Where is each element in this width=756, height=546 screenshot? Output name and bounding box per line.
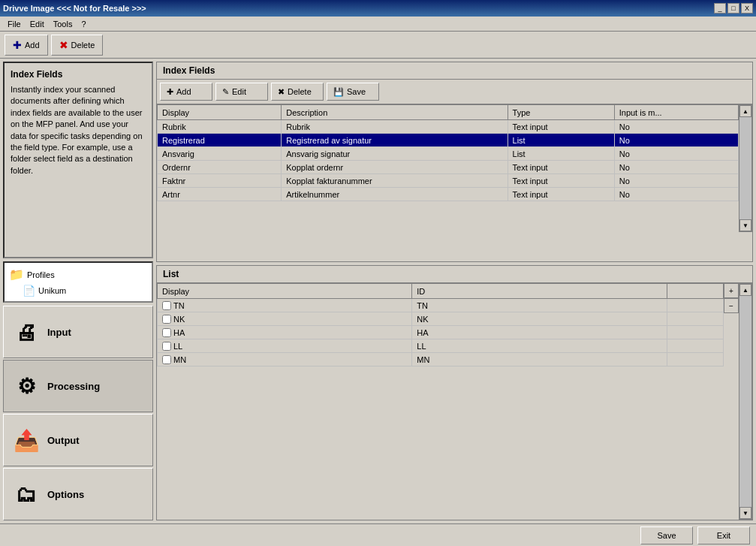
menu-edit[interactable]: Edit [26, 18, 49, 30]
processing-icon: ⚙ [11, 371, 41, 401]
nav-options-label: Options [47, 489, 84, 500]
list-item[interactable]: LL LL [158, 339, 724, 353]
list-item[interactable]: TN TN [158, 299, 724, 312]
nav-output-label: Output [47, 435, 80, 446]
list-side-panel: + − [724, 283, 739, 520]
cell-description: Kopplat fakturanummer [282, 174, 508, 188]
status-save-button[interactable]: Save [640, 526, 693, 544]
list-checkbox[interactable] [162, 328, 171, 337]
col-display: Display [158, 105, 282, 120]
table-row[interactable]: Registrerad Registrerad av signatur List… [158, 134, 739, 147]
nav-processing[interactable]: ⚙ Processing [3, 360, 153, 412]
minimize-button[interactable]: _ [714, 3, 726, 14]
table-row[interactable]: Artnr Artikelnummer Text input No [158, 188, 739, 201]
if-save-button[interactable]: 💾 Save [327, 83, 379, 101]
list-checkbox[interactable] [162, 355, 171, 364]
list-cell-id: TN [412, 299, 667, 312]
cell-type: Text input [508, 161, 614, 174]
delete-button[interactable]: ✖ Delete [51, 35, 104, 56]
scroll-up-arrow[interactable]: ▲ [739, 105, 751, 117]
info-panel: Index Fields Instantly index your scanne… [3, 62, 153, 258]
list-scroll-track [739, 296, 751, 507]
list-cell-id: LL [412, 339, 667, 353]
list-display-text: LL [173, 342, 182, 351]
cell-display: Artnr [158, 188, 282, 201]
status-bar: Save Exit [0, 523, 756, 546]
list-cell-id: HA [412, 326, 667, 339]
cell-description: Ansvarig signatur [282, 147, 508, 161]
scroll-track [739, 117, 751, 219]
table-row[interactable]: Ordernr Kopplat ordernr Text input No [158, 161, 739, 174]
list-scroll-up[interactable]: ▲ [739, 284, 751, 296]
sidebar: Index Fields Instantly index your scanne… [3, 62, 153, 520]
folder-icon: 📁 [9, 267, 24, 282]
if-add-button[interactable]: ✚ Add [160, 83, 212, 101]
nav-output[interactable]: 📤 Output [3, 414, 153, 466]
maximize-button[interactable]: □ [727, 3, 739, 14]
nav-input[interactable]: 🖨 Input [3, 306, 153, 358]
menu-help[interactable]: ? [77, 18, 90, 30]
list-item[interactable]: MN MN [158, 353, 724, 367]
unikum-label: Unikum [38, 286, 66, 295]
cell-input-mand: No [614, 134, 738, 147]
cell-display: Ansvarig [158, 147, 282, 161]
nav-options[interactable]: 🗂 Options [3, 468, 153, 520]
cell-description: Registrerad av signatur [282, 134, 508, 147]
list-cell-extra [667, 339, 723, 353]
add-icon: ✚ [13, 39, 22, 51]
list-cell-extra [667, 326, 723, 339]
index-fields-table-wrapper: Display Description Type Input is m... R… [157, 104, 739, 232]
if-delete-button[interactable]: ✖ Delete [271, 83, 324, 101]
add-label: Add [25, 41, 40, 50]
nav-buttons: 🖨 Input ⚙ Processing 📤 Output 🗂 Options [3, 306, 153, 520]
table-row[interactable]: Ansvarig Ansvarig signatur List No [158, 147, 739, 161]
list-remove-btn[interactable]: − [724, 298, 739, 313]
list-checkbox[interactable] [162, 301, 171, 310]
list-table: Display ID TN TN [157, 283, 724, 367]
list-display-text: HA [173, 328, 185, 337]
list-cell-display: HA [158, 326, 412, 339]
add-button[interactable]: ✚ Add [5, 35, 48, 56]
menu-bar: File Edit Tools ? [0, 17, 756, 32]
table-header-row: Display Description Type Input is m... [158, 105, 739, 120]
scroll-down-arrow[interactable]: ▼ [739, 219, 751, 231]
cell-input-mand: No [614, 120, 738, 134]
unikum-item[interactable]: 📄 Unikum [8, 283, 149, 298]
cell-display: Rubrik [158, 120, 282, 134]
if-edit-button[interactable]: ✎ Edit [215, 83, 268, 101]
if-edit-label: Edit [232, 87, 246, 96]
toolbar: ✚ Add ✖ Delete [0, 32, 756, 59]
list-add-btn[interactable]: + [724, 283, 739, 298]
list-table-wrapper: Display ID TN TN [157, 283, 724, 520]
cell-input-mand: No [614, 147, 738, 161]
list-checkbox[interactable] [162, 342, 171, 351]
list-item[interactable]: NK NK [158, 312, 724, 326]
list-checkbox[interactable] [162, 315, 171, 324]
nav-processing-label: Processing [47, 381, 100, 392]
index-fields-table: Display Description Type Input is m... R… [157, 104, 739, 201]
list-scrollbar[interactable]: ▲ ▼ [739, 283, 752, 520]
index-fields-scrollbar[interactable]: ▲ ▼ [739, 104, 752, 232]
table-row[interactable]: Rubrik Rubrik Text input No [158, 120, 739, 134]
list-display-text: TN [173, 301, 185, 310]
col-description: Description [282, 105, 508, 120]
table-row[interactable]: Faktnr Kopplat fakturanummer Text input … [158, 174, 739, 188]
profiles-item[interactable]: 📁 Profiles [8, 266, 149, 283]
profiles-label: Profiles [27, 270, 55, 279]
list-item[interactable]: HA HA [158, 326, 724, 339]
cell-display: Ordernr [158, 161, 282, 174]
close-button[interactable]: X [741, 3, 753, 14]
cell-type: List [508, 147, 614, 161]
status-exit-button[interactable]: Exit [697, 526, 750, 544]
if-edit-icon: ✎ [222, 87, 229, 97]
list-scroll-down[interactable]: ▼ [739, 507, 751, 519]
list-cell-extra [667, 299, 723, 312]
menu-tools[interactable]: Tools [49, 18, 77, 30]
list-cell-display: TN [158, 299, 412, 312]
menu-file[interactable]: File [3, 18, 26, 30]
col-type: Type [508, 105, 614, 120]
cell-type: List [508, 134, 614, 147]
main-area: Index Fields Instantly index your scanne… [0, 59, 756, 523]
info-title: Index Fields [11, 69, 146, 80]
cell-input-mand: No [614, 161, 738, 174]
